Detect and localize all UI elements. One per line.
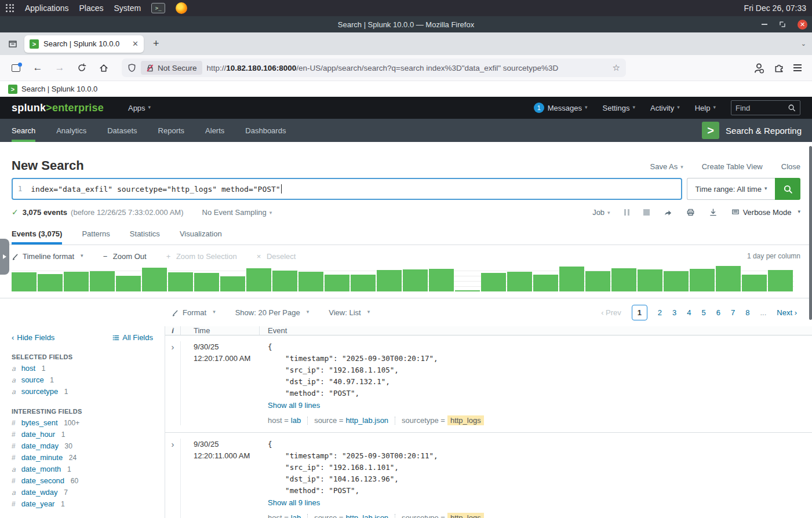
field-item[interactable]: # date_minute 24	[0, 452, 165, 464]
search-input[interactable]: 1 index="data_exfil" sourcetype="http_lo…	[12, 178, 682, 200]
timeline-bar[interactable]	[351, 275, 376, 291]
event-field-value[interactable]: http_logs	[447, 415, 484, 425]
stop-button[interactable]	[643, 209, 650, 216]
firefox-icon[interactable]	[176, 2, 187, 14]
timeline-bar[interactable]	[429, 269, 454, 291]
view-menu[interactable]: View: List▾	[329, 308, 370, 317]
event-expand[interactable]: ›	[165, 439, 181, 518]
browser-tab[interactable]: > Search | Splunk 10.0.0 ✕	[24, 35, 144, 53]
timeline-bar[interactable]	[64, 272, 89, 291]
applications-menu[interactable]: Applications	[25, 3, 69, 13]
account-icon[interactable]	[753, 63, 764, 74]
terminal-icon[interactable]: >_	[151, 3, 165, 13]
tabs-list-chevron-icon[interactable]: ⌄	[801, 40, 806, 48]
field-item[interactable]: # date_hour 1	[0, 429, 165, 440]
format-menu[interactable]: Format▾	[172, 308, 216, 317]
field-name[interactable]: host	[21, 364, 36, 373]
field-item[interactable]: a sourcetype 1	[0, 386, 165, 397]
activity-menu[interactable]: Activity▾	[650, 104, 680, 112]
page-button[interactable]: 5	[702, 308, 706, 317]
field-name[interactable]: date_year	[21, 499, 55, 508]
system-menu[interactable]: System	[114, 3, 141, 13]
export-button[interactable]	[709, 208, 718, 217]
nav-item-reports[interactable]: Reports	[158, 119, 185, 142]
zoom-to-selection-button[interactable]: + Zoom to Selection	[166, 252, 237, 261]
timeline-bar[interactable]	[272, 271, 297, 291]
close-search-button[interactable]: Close	[781, 162, 800, 171]
timeline-bar[interactable]	[742, 275, 767, 291]
timeline-bar[interactable]	[377, 270, 402, 291]
scrollbar-thumb[interactable]	[809, 146, 812, 320]
timeline-bar[interactable]	[90, 271, 115, 291]
back-button[interactable]: ←	[29, 62, 46, 74]
timeline-bar[interactable]	[220, 276, 245, 291]
minimize-button[interactable]	[762, 24, 767, 25]
deselect-button[interactable]: × Deselect	[257, 252, 296, 261]
page-button[interactable]: 1	[632, 305, 647, 320]
shield-icon[interactable]	[128, 63, 136, 72]
flyout-handle[interactable]	[0, 239, 9, 275]
event-sampling-menu[interactable]: No Event Sampling▾	[202, 208, 272, 217]
apps-menu[interactable]: Apps▾	[128, 104, 151, 112]
show-all-link[interactable]: Show all 9 lines	[268, 400, 320, 411]
timeline-bar[interactable]	[507, 272, 532, 291]
field-item[interactable]: # bytes_sent 100+	[0, 417, 165, 429]
timeline-bar[interactable]	[116, 276, 141, 291]
tab-visualization[interactable]: Visualization	[180, 224, 222, 245]
next-button[interactable]: Next ›	[777, 308, 797, 317]
print-button[interactable]	[686, 208, 695, 217]
search-submit-button[interactable]	[775, 178, 800, 200]
timeline-bar[interactable]	[142, 268, 167, 291]
page-button[interactable]: 6	[716, 308, 720, 317]
new-tab-button[interactable]: +	[153, 38, 159, 50]
search-mode-selector[interactable]: Verbose Mode▾	[731, 208, 800, 217]
timeline-bar[interactable]	[768, 270, 793, 291]
field-item[interactable]: # date_mday 30	[0, 440, 165, 452]
tab-events[interactable]: Events (3,075)	[12, 224, 62, 245]
timeline-bar[interactable]	[585, 271, 610, 291]
home-button[interactable]	[95, 63, 112, 73]
timeline-bar[interactable]	[716, 266, 741, 291]
field-name[interactable]: date_mday	[21, 442, 59, 450]
timeline-bar[interactable]	[325, 275, 349, 291]
time-range-picker[interactable]: Time range: All time▾	[687, 178, 775, 200]
find-box[interactable]	[731, 100, 800, 115]
field-name[interactable]: source	[21, 375, 44, 384]
event-field-value[interactable]: http_lab.json	[345, 416, 388, 425]
settings-menu[interactable]: Settings▾	[603, 104, 636, 112]
field-name[interactable]: date_month	[21, 465, 61, 473]
field-item[interactable]: a date_wday 7	[0, 487, 165, 498]
timeline-bar[interactable]	[403, 269, 428, 291]
events-timeline-chart[interactable]	[0, 267, 812, 298]
page-button[interactable]: 4	[687, 308, 691, 317]
all-fields-button[interactable]: All Fields	[112, 333, 153, 342]
field-item[interactable]: a date_month 1	[0, 464, 165, 475]
activities-grid-icon[interactable]	[6, 4, 14, 13]
field-item[interactable]: a host 1	[0, 363, 165, 374]
event-field-value[interactable]: http_logs	[447, 513, 484, 518]
restore-button[interactable]	[779, 21, 786, 28]
tab-patterns[interactable]: Patterns	[82, 224, 110, 245]
timeline-bar[interactable]	[246, 268, 271, 291]
not-secure-chip[interactable]: Not Secure	[141, 61, 202, 75]
timeline-bar[interactable]	[12, 272, 37, 291]
places-menu[interactable]: Places	[79, 3, 104, 13]
nav-item-alerts[interactable]: Alerts	[205, 119, 224, 142]
archive-box-icon[interactable]	[8, 39, 17, 49]
nav-item-analytics[interactable]: Analytics	[56, 119, 86, 142]
timeline-bar[interactable]	[533, 275, 558, 291]
event-field-value[interactable]: lab	[291, 513, 301, 518]
create-table-view-button[interactable]: Create Table View	[702, 162, 763, 171]
timeline-bar[interactable]	[611, 268, 636, 291]
page-button[interactable]: 7	[731, 308, 735, 317]
app-chip[interactable]: > Search & Reporting	[702, 119, 812, 142]
show-all-link[interactable]: Show all 9 lines	[268, 497, 320, 509]
save-as-button[interactable]: Save As▾	[650, 162, 683, 171]
timeline-bar[interactable]	[168, 272, 193, 291]
field-item[interactable]: # date_year 1	[0, 498, 165, 510]
timeline-bar[interactable]	[194, 273, 219, 291]
field-item[interactable]: a source 1	[0, 374, 165, 386]
nav-item-datasets[interactable]: Datasets	[107, 119, 137, 142]
url-bar[interactable]: Not Secure http://10.82.180.106:8000/en-…	[122, 59, 626, 77]
timeline-bar[interactable]	[481, 273, 506, 291]
